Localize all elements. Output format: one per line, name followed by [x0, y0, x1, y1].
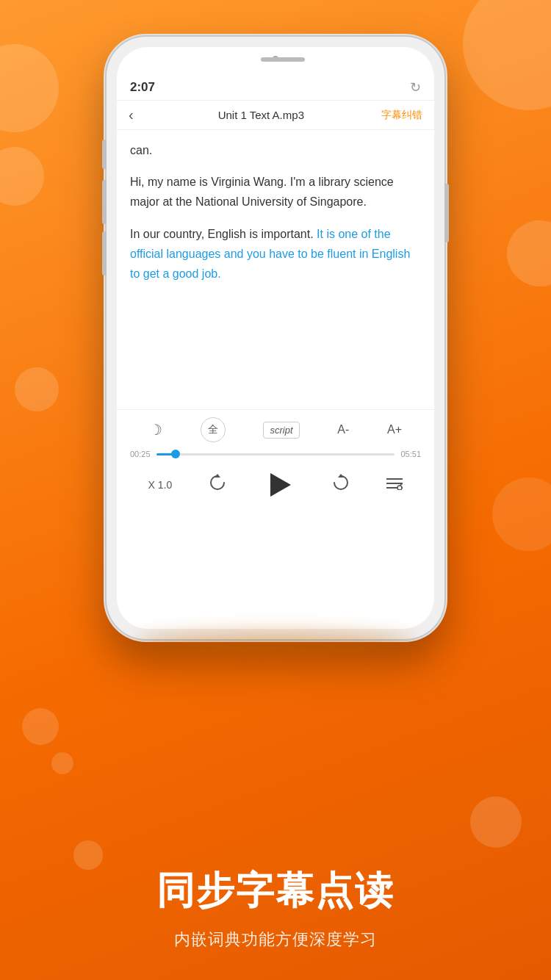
deco-circle-2 [0, 147, 44, 206]
time-total: 05:51 [400, 450, 421, 458]
phone-body: 2:07 ↻ ‹ Unit 1 Text A.mp3 字幕纠错 can. Hi,… [107, 37, 444, 639]
bottom-section: 同步字幕点读 内嵌词典功能方便深度学习 [0, 843, 551, 980]
deco-circle-3 [15, 367, 59, 411]
all-label: 全 [208, 423, 218, 436]
sub-title: 内嵌词典功能方便深度学习 [15, 929, 536, 951]
side-button-volume-up [102, 180, 107, 224]
side-button-power [444, 184, 449, 242]
app-header: 2:07 ↻ [117, 75, 434, 101]
moon-icon: ☽ [149, 421, 162, 439]
app-time: 2:07 [130, 80, 155, 95]
play-button[interactable] [263, 469, 295, 501]
phone-screen: 2:07 ↻ ‹ Unit 1 Text A.mp3 字幕纠错 can. Hi,… [117, 47, 434, 629]
side-button-silent [102, 140, 107, 169]
main-title: 同步字幕点读 [15, 865, 536, 917]
playlist-button[interactable] [386, 477, 403, 494]
paragraph-3-plain: In our country, English is important. [130, 228, 317, 240]
deco-circle-6 [22, 708, 59, 745]
font-minus-button[interactable]: A- [337, 423, 349, 436]
side-button-volume-down [102, 231, 107, 275]
font-plus-label: A+ [387, 423, 402, 436]
replay-button[interactable] [208, 473, 227, 497]
deco-circle-7 [51, 752, 73, 774]
nav-bar: ‹ Unit 1 Text A.mp3 字幕纠错 [117, 101, 434, 130]
font-minus-label: A- [337, 423, 349, 436]
font-plus-button[interactable]: A+ [387, 423, 402, 436]
deco-circle-1 [0, 44, 59, 132]
content-text: can. Hi, my name is Virginia Wang. I'm a… [130, 140, 421, 284]
all-button[interactable]: 全 [201, 417, 226, 442]
paragraph-2: Hi, my name is Virginia Wang. I'm a libr… [130, 172, 421, 212]
script-button[interactable]: script [263, 422, 299, 439]
forward-button[interactable] [331, 473, 350, 497]
deco-circle-5 [507, 220, 551, 287]
deco-circle-8 [470, 796, 522, 848]
all-circle: 全 [201, 417, 226, 442]
phone-speaker [261, 57, 305, 62]
progress-thumb[interactable] [171, 450, 180, 458]
paragraph-1: can. [130, 140, 421, 160]
paragraph-3: In our country, English is important. It… [130, 224, 421, 284]
subtitle-correction[interactable]: 字幕纠错 [381, 109, 422, 122]
svg-point-5 [397, 486, 402, 490]
refresh-icon[interactable]: ↻ [410, 79, 421, 96]
time-current: 00:25 [130, 450, 151, 458]
controls-area: ☽ 全 script A- [117, 409, 434, 508]
progress-bar[interactable] [156, 453, 395, 455]
progress-area: 00:25 05:51 [130, 450, 421, 458]
control-buttons-row: ☽ 全 script A- [130, 417, 421, 442]
phone-mockup: 2:07 ↻ ‹ Unit 1 Text A.mp3 字幕纠错 can. Hi,… [107, 37, 444, 639]
script-label: script [263, 422, 299, 439]
phone-top-bar [117, 47, 434, 75]
phone-shadow [136, 632, 415, 654]
deco-circle-10 [492, 478, 551, 551]
play-icon [270, 473, 291, 497]
night-mode-button[interactable]: ☽ [149, 421, 162, 439]
back-button[interactable]: ‹ [129, 107, 134, 123]
nav-title: Unit 1 Text A.mp3 [141, 109, 381, 121]
deco-circle-4 [463, 0, 551, 110]
content-area: can. Hi, my name is Virginia Wang. I'm a… [117, 130, 434, 409]
speed-button[interactable]: X 1.0 [148, 479, 173, 491]
playback-controls: X 1.0 [130, 466, 421, 504]
